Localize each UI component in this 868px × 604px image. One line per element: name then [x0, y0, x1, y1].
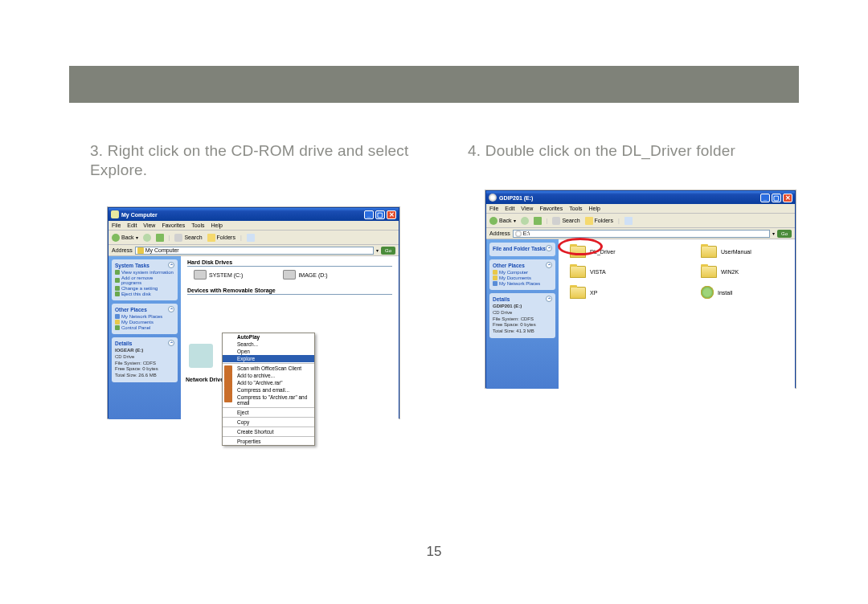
folder-usermanual[interactable]: UserManual	[701, 246, 784, 258]
maximize-button[interactable]: ▢	[772, 194, 781, 202]
details-block: Details⌃ IOGEAR (E:) CD Drive File Syste…	[112, 337, 178, 382]
task-view-sysinfo[interactable]: View system information	[115, 270, 174, 275]
task-add-remove[interactable]: Add or remove programs	[115, 275, 174, 285]
ctx-sep	[223, 407, 314, 408]
forward-button[interactable]	[143, 234, 151, 242]
toolbar: Back ▾ | Search Folders |	[486, 214, 795, 228]
menu-view[interactable]: View	[143, 222, 155, 228]
menu-file[interactable]: File	[112, 222, 121, 228]
collapse-icon[interactable]: ⌃	[168, 306, 174, 312]
content-area[interactable]: DL_Driver UserManual VISTA WIN2K XP Inst…	[559, 239, 795, 389]
go-button[interactable]: Go	[381, 247, 395, 255]
details-type: CD Drive	[493, 310, 552, 316]
close-button[interactable]: ✕	[387, 210, 396, 219]
instruction-row: 3. Right click on the CD-ROM drive and s…	[90, 141, 789, 180]
hdd-icon	[194, 270, 207, 280]
ctx-compress-email[interactable]: Compress and email...	[223, 386, 314, 394]
place-network[interactable]: My Network Places	[493, 281, 552, 286]
place-mycomputer[interactable]: My Computer	[493, 270, 552, 275]
menu-file[interactable]: File	[489, 206, 498, 211]
file-folder-tasks-block: File and Folder Tasks⌃	[489, 243, 555, 256]
search-button[interactable]: Search	[174, 234, 202, 242]
ctx-explore[interactable]: Explore	[223, 355, 314, 362]
ctx-autoplay[interactable]: AutoPlay	[223, 333, 314, 341]
folder-icon	[570, 287, 586, 299]
search-icon	[552, 217, 560, 225]
menu-help[interactable]: Help	[211, 222, 223, 228]
collapse-icon[interactable]: ⌃	[546, 296, 552, 302]
ctx-compress-rar-email[interactable]: Compress to "Archive.rar" and email	[223, 394, 314, 406]
menubar[interactable]: File Edit View Favorites Tools Help	[108, 221, 399, 231]
maximize-button[interactable]: ▢	[375, 210, 385, 219]
views-button[interactable]	[247, 234, 255, 242]
up-button[interactable]	[534, 217, 542, 225]
file-install[interactable]: Install	[701, 286, 784, 299]
address-label: Address	[112, 247, 133, 253]
folder-dl-driver[interactable]: DL_Driver	[570, 246, 653, 258]
ctx-archive1[interactable]: Add to archive...	[223, 372, 314, 379]
address-input[interactable]: My Computer	[135, 247, 374, 255]
ctx-search[interactable]: Search...	[223, 341, 314, 348]
menu-favorites[interactable]: Favorites	[539, 206, 563, 211]
place-documents[interactable]: My Documents	[493, 275, 552, 280]
minimize-button[interactable]: _	[760, 194, 770, 202]
menu-favorites[interactable]: Favorites	[162, 222, 185, 228]
instruction-step-3: 3. Right click on the CD-ROM drive and s…	[90, 141, 411, 180]
folders-icon	[207, 234, 215, 242]
back-button[interactable]: Back ▾	[112, 234, 138, 242]
folder-vista[interactable]: VISTA	[570, 266, 653, 278]
titlebar[interactable]: My Computer _ ▢ ✕	[108, 208, 399, 221]
collapse-icon[interactable]: ⌃	[168, 262, 174, 268]
titlebar[interactable]: GDIP201 (E:) _ ▢ ✕	[486, 191, 795, 204]
details-free: Free Space: 0 bytes	[493, 322, 552, 329]
address-input[interactable]: E:\	[513, 230, 770, 238]
up-button[interactable]	[156, 234, 164, 242]
section-removable: Devices with Removable Storage	[187, 288, 392, 295]
cd-icon	[489, 194, 497, 202]
menubar[interactable]: File Edit View Favorites Tools Help	[486, 204, 795, 214]
back-button[interactable]: Back ▾	[489, 217, 516, 225]
place-network[interactable]: My Network Places	[115, 314, 174, 319]
ctx-archive2[interactable]: Add to "Archive.rar"	[223, 379, 314, 386]
menu-edit[interactable]: Edit	[127, 222, 137, 228]
menu-view[interactable]: View	[521, 206, 533, 211]
search-button[interactable]: Search	[552, 217, 579, 225]
collapse-icon[interactable]: ⌃	[546, 245, 552, 251]
menu-tools[interactable]: Tools	[569, 206, 582, 211]
ctx-open[interactable]: Open	[223, 348, 314, 355]
task-change-setting[interactable]: Change a setting	[115, 286, 174, 291]
cd-drive-icon[interactable]	[189, 344, 213, 368]
task-eject[interactable]: Eject this disk	[115, 292, 174, 296]
menu-tools[interactable]: Tools	[191, 222, 204, 228]
details-fs: File System: CDFS	[115, 361, 174, 367]
place-controlpanel[interactable]: Control Panel	[115, 325, 174, 330]
place-documents[interactable]: My Documents	[115, 320, 174, 324]
folder-icon	[701, 266, 717, 278]
folder-win2k[interactable]: WIN2K	[701, 266, 784, 278]
folder-xp[interactable]: XP	[570, 286, 653, 299]
menu-edit[interactable]: Edit	[505, 206, 514, 211]
hdd-icon	[283, 270, 296, 280]
folders-button[interactable]: Folders	[207, 234, 235, 242]
ctx-sep	[223, 417, 314, 418]
views-button[interactable]	[624, 217, 633, 225]
folders-button[interactable]: Folders	[585, 217, 613, 225]
forward-button[interactable]	[521, 217, 529, 225]
close-button[interactable]: ✕	[783, 194, 792, 202]
menu-help[interactable]: Help	[589, 206, 600, 211]
folder-icon	[570, 246, 586, 258]
ctx-properties[interactable]: Properties	[223, 438, 314, 445]
ctx-sep	[223, 436, 314, 437]
go-button[interactable]: Go	[777, 230, 792, 238]
ctx-scan[interactable]: Scan with OfficeScan Client	[223, 365, 314, 372]
collapse-icon[interactable]: ⌃	[546, 262, 552, 268]
collapse-icon[interactable]: ⌃	[168, 340, 174, 346]
section-network-drives: Network Drives	[186, 377, 227, 382]
ctx-sep	[223, 363, 314, 364]
ctx-create-shortcut[interactable]: Create Shortcut	[223, 428, 314, 435]
drive-d[interactable]: IMAGE (D:)	[283, 270, 327, 280]
ctx-copy[interactable]: Copy	[223, 418, 314, 426]
drive-c[interactable]: SYSTEM (C:)	[194, 270, 243, 280]
minimize-button[interactable]: _	[364, 210, 374, 219]
ctx-eject[interactable]: Eject	[223, 409, 314, 416]
